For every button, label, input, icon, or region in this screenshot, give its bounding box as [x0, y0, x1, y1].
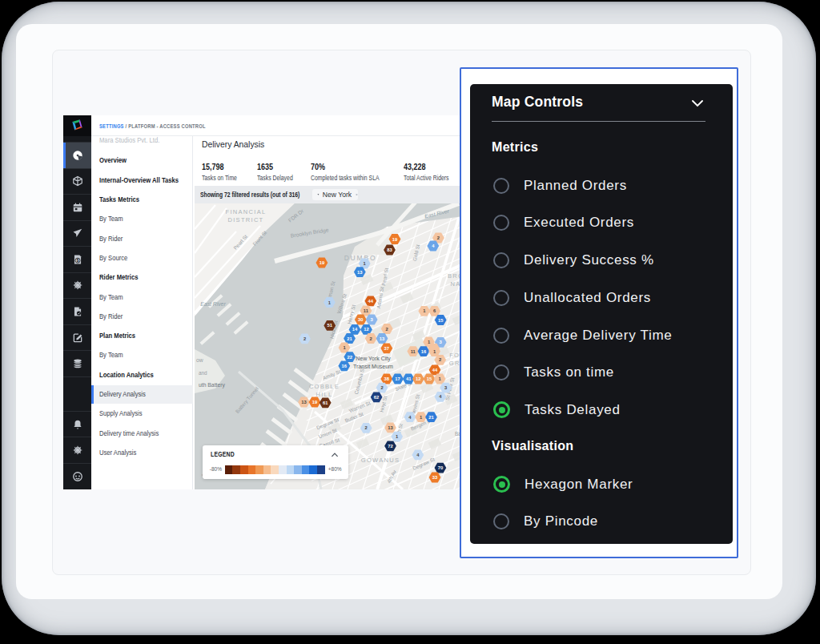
svg-text:38: 38	[384, 376, 390, 381]
svg-text:16: 16	[421, 349, 427, 354]
svg-text:2: 2	[365, 425, 368, 430]
svg-text:37: 37	[384, 346, 389, 351]
svg-text:83: 83	[387, 248, 392, 252]
svg-text:19: 19	[320, 260, 325, 265]
svg-text:ow: ow	[196, 357, 203, 363]
svg-text:FINANCIAL: FINANCIAL	[226, 208, 267, 215]
svg-text:22: 22	[348, 355, 352, 360]
svg-text:19: 19	[312, 400, 318, 405]
svg-text:13: 13	[388, 425, 393, 430]
svg-text:11: 11	[364, 308, 369, 313]
svg-text:13: 13	[357, 270, 363, 275]
svg-text:15: 15	[438, 318, 444, 323]
svg-text:44: 44	[432, 368, 438, 372]
svg-text:2: 2	[370, 336, 372, 341]
svg-text:COBBLE: COBBLE	[309, 383, 340, 390]
svg-text:33: 33	[432, 475, 438, 480]
svg-text:19: 19	[392, 237, 398, 242]
svg-text:17: 17	[395, 376, 400, 381]
svg-text:East River: East River	[200, 301, 226, 307]
svg-text:41: 41	[406, 376, 412, 381]
svg-text:13: 13	[301, 400, 307, 405]
svg-text:13: 13	[380, 336, 385, 341]
svg-text:62: 62	[374, 395, 379, 400]
svg-text:2: 2	[437, 235, 440, 240]
svg-text:61: 61	[323, 400, 328, 405]
svg-text:DISTRICT: DISTRICT	[228, 216, 264, 223]
svg-text:2: 2	[386, 327, 388, 332]
svg-text:44: 44	[368, 299, 374, 304]
svg-text:12: 12	[416, 376, 420, 381]
svg-text:2: 2	[380, 385, 383, 390]
svg-text:72: 72	[388, 444, 392, 449]
svg-text:70: 70	[438, 465, 443, 470]
svg-text:2: 2	[303, 336, 306, 341]
svg-text:$: $	[76, 259, 78, 263]
svg-text:11: 11	[411, 349, 416, 354]
svg-text:and: and	[199, 370, 207, 376]
svg-text:14: 14	[352, 327, 358, 332]
svg-text:New York City: New York City	[356, 356, 391, 362]
svg-text:30: 30	[358, 317, 363, 322]
svg-text:21: 21	[428, 415, 434, 420]
svg-text:HILL: HILL	[316, 391, 332, 398]
svg-text:GOWANUS: GOWANUS	[361, 457, 400, 464]
svg-text:Transit Museum: Transit Museum	[353, 364, 393, 369]
svg-text:21: 21	[347, 336, 352, 341]
svg-text:16: 16	[342, 364, 348, 368]
svg-text:15: 15	[427, 376, 432, 381]
svg-text:uth Battery: uth Battery	[199, 382, 225, 388]
svg-text:2: 2	[439, 357, 441, 362]
svg-text:51: 51	[328, 323, 333, 328]
svg-text:12: 12	[364, 327, 368, 332]
